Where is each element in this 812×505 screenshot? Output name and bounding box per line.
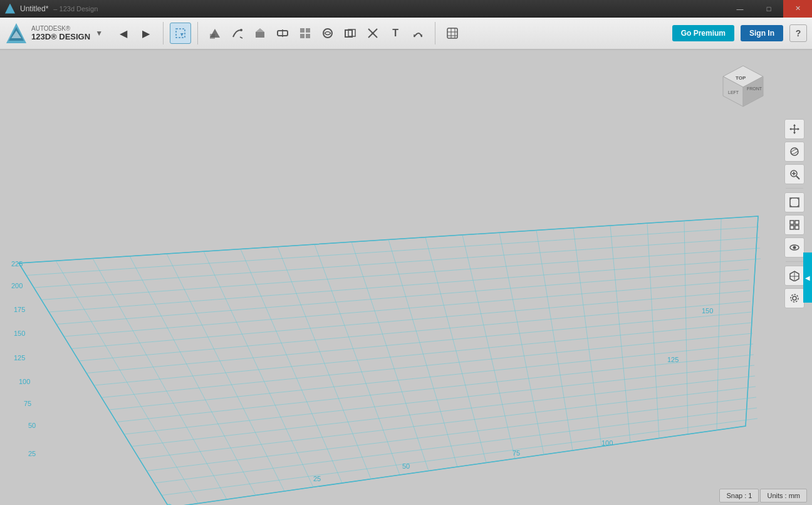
svg-line-106: [796, 176, 799, 179]
svg-text:FRONT: FRONT: [747, 86, 763, 91]
measure-button[interactable]: [407, 23, 429, 44]
svg-text:100: 100: [601, 439, 613, 447]
snap-button[interactable]: [362, 23, 383, 44]
visibility-button[interactable]: [784, 237, 804, 258]
svg-text:50: 50: [28, 422, 36, 429]
svg-rect-13: [300, 28, 304, 33]
svg-rect-14: [306, 28, 310, 33]
svg-rect-9: [256, 32, 264, 38]
svg-marker-10: [256, 28, 264, 32]
close-button[interactable]: ✕: [783, 0, 812, 18]
svg-marker-101: [789, 128, 791, 130]
svg-point-22: [372, 32, 374, 34]
construct-button[interactable]: [249, 23, 271, 44]
logo-area: AUTODESK® 123D® DESIGN ▼: [5, 22, 110, 44]
visibility-icon: [789, 242, 800, 253]
svg-marker-102: [798, 128, 799, 130]
premium-button[interactable]: Go Premium: [672, 25, 734, 41]
back-button[interactable]: ◀: [113, 23, 134, 44]
view-sep-1: [786, 188, 803, 189]
side-tab-arrow: ◀: [805, 274, 810, 281]
svg-rect-117: [795, 226, 799, 229]
help-button[interactable]: ?: [789, 24, 807, 42]
svg-text:50: 50: [402, 462, 410, 470]
divider-1: [163, 22, 164, 44]
combine-icon: [344, 27, 357, 39]
snap-icon: [367, 27, 379, 39]
svg-text:225: 225: [11, 260, 23, 268]
zoom-button[interactable]: [784, 164, 804, 184]
modify-button[interactable]: [272, 23, 293, 44]
pan-button[interactable]: [784, 119, 804, 139]
settings-button[interactable]: [784, 288, 804, 308]
fit-button[interactable]: [784, 192, 804, 212]
orbit-icon: [789, 146, 800, 157]
titlebar-title: Untitled*: [20, 4, 48, 13]
svg-rect-115: [795, 221, 799, 224]
maximize-button[interactable]: □: [754, 0, 783, 18]
svg-rect-114: [790, 221, 794, 224]
forward-button[interactable]: ▶: [135, 23, 157, 44]
svg-text:LEFT: LEFT: [728, 90, 739, 95]
combine-button[interactable]: [340, 23, 361, 44]
svg-text:125: 125: [667, 356, 679, 363]
svg-text:25: 25: [28, 450, 36, 457]
svg-rect-6: [210, 34, 215, 39]
primitives-button[interactable]: [204, 23, 226, 44]
svg-point-119: [793, 246, 796, 249]
views-icon: [789, 219, 800, 231]
svg-text:75: 75: [513, 449, 520, 457]
svg-text:75: 75: [24, 400, 31, 407]
minimize-button[interactable]: —: [726, 0, 754, 18]
svg-marker-4: [180, 33, 184, 36]
display-button[interactable]: [784, 266, 804, 286]
svg-text:150: 150: [702, 307, 713, 315]
pattern-button[interactable]: [294, 23, 316, 44]
logo-text: AUTODESK® 123D® DESIGN: [31, 25, 90, 41]
svg-rect-25: [447, 28, 457, 38]
zoom-icon: [789, 169, 800, 180]
titlebar: Untitled* – 123d Design — □ ✕: [0, 0, 812, 18]
construct-icon: [254, 27, 266, 39]
main-toolbar: AUTODESK® 123D® DESIGN ▼ ◀ ▶: [0, 18, 812, 50]
modify-icon: [276, 27, 289, 39]
view-cube-svg: TOP LEFT FRONT: [718, 63, 768, 116]
select-button[interactable]: [170, 23, 191, 44]
svg-rect-116: [790, 226, 794, 229]
orbit-button[interactable]: [784, 142, 804, 162]
svg-line-8: [240, 37, 242, 38]
nav-group: ◀ ▶: [113, 23, 157, 44]
statusbar: Snap : 1 Units : mm: [714, 486, 812, 505]
view-cube[interactable]: TOP LEFT FRONT: [718, 63, 768, 116]
svg-text:TOP: TOP: [736, 75, 746, 81]
display-icon: [789, 270, 800, 281]
units-status[interactable]: Units : mm: [760, 489, 807, 502]
svg-rect-30: [0, 50, 812, 505]
side-panel-toggle[interactable]: ◀: [803, 252, 812, 303]
view-controls: [784, 119, 804, 308]
svg-point-123: [793, 296, 796, 300]
measure-icon: [412, 27, 424, 39]
sketch-icon: [231, 27, 244, 39]
svg-text:200: 200: [11, 282, 23, 289]
group-button[interactable]: [317, 23, 338, 44]
svg-point-7: [240, 29, 242, 31]
sketch-button[interactable]: [227, 23, 248, 44]
svg-point-124: [791, 294, 798, 302]
titlebar-controls: — □ ✕: [726, 0, 812, 18]
pattern-icon: [299, 27, 311, 39]
text-button[interactable]: T: [385, 23, 406, 44]
svg-text:125: 125: [14, 354, 25, 362]
logo-dropdown[interactable]: ▼: [95, 29, 103, 38]
fit-icon: [789, 197, 800, 208]
svg-text:175: 175: [14, 306, 25, 313]
logo-icon: [5, 22, 28, 44]
titlebar-extra: – 123d Design: [53, 5, 98, 13]
main-viewport[interactable]: .grid-line { stroke: #5bc8d8; stroke-wid…: [0, 50, 812, 505]
snap-status[interactable]: Snap : 1: [719, 489, 759, 502]
app-icon: [5, 4, 15, 14]
views-button[interactable]: [784, 215, 804, 235]
signin-button[interactable]: Sign In: [741, 25, 783, 41]
group-icon: [321, 27, 334, 39]
material-button[interactable]: [442, 23, 463, 44]
